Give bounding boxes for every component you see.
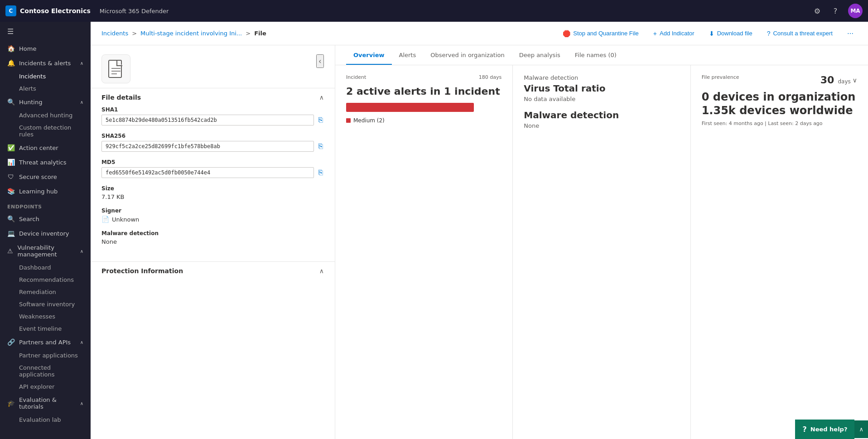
sidebar-item-weaknesses[interactable]: Weaknesses [0, 310, 91, 323]
org-logo: C Contoso Electronics [5, 5, 91, 16]
breadcrumb: Incidents > Multi-stage incident involvi… [101, 30, 559, 37]
sidebar-item-vulnerability-mgmt[interactable]: ⚠ Vulnerability management ∧ [0, 241, 91, 261]
sha1-label: SHA1 [101, 106, 324, 113]
svg-rect-0 [109, 60, 121, 77]
protection-info-section-header[interactable]: Protection Information ∧ [91, 261, 335, 280]
add-indicator-button[interactable]: + Add Indicator [650, 28, 698, 39]
virus-total-label: Malware detection [524, 74, 679, 81]
sidebar-item-event-timeline[interactable]: Event timeline [0, 323, 91, 335]
size-label: Size [101, 185, 324, 192]
right-content: Overview Alerts Observed in organization… [335, 45, 868, 439]
incident-bar [346, 103, 474, 112]
tab-observed[interactable]: Observed in organization [423, 45, 512, 65]
incidents-alerts-icon: 🔔 [7, 59, 14, 67]
more-options-button[interactable]: ⋯ [844, 28, 857, 39]
sha256-value-row: 929cf5c2a2ce25d82699fc1bfe578bbe8ab ⎘ [101, 141, 324, 152]
tab-overview[interactable]: Overview [346, 45, 392, 65]
breadcrumb-incident-detail[interactable]: Multi-stage incident involving Ini... [140, 30, 242, 37]
settings-icon[interactable]: ⚙ [812, 5, 823, 16]
help-icon[interactable]: ? [830, 5, 841, 16]
search-icon: 🔍 [7, 215, 14, 222]
sidebar-item-incidents-alerts[interactable]: 🔔 Incidents & alerts ∧ [0, 56, 91, 70]
sidebar-item-evaluation[interactable]: 🎓 Evaluation & tutorials ∧ [0, 393, 91, 414]
sidebar-item-api-explorer[interactable]: API explorer [0, 381, 91, 393]
sidebar-item-custom-detection[interactable]: Custom detection rules [0, 121, 91, 140]
need-help-expand-button[interactable]: ∧ [854, 420, 868, 438]
file-details-section-header[interactable]: File details ∧ [91, 88, 335, 106]
sidebar-label-incidents: Incidents [19, 73, 46, 80]
sidebar-item-recommendations[interactable]: Recommendations [0, 274, 91, 286]
sidebar-item-threat-analytics[interactable]: 📊 Threat analytics [0, 155, 91, 169]
prevalence-chevron-icon[interactable]: ∨ [853, 77, 857, 84]
sidebar-item-hunting[interactable]: 🔍 Hunting ∧ [0, 95, 91, 109]
sidebar-item-search[interactable]: 🔍 Search [0, 212, 91, 226]
breadcrumb-incidents[interactable]: Incidents [101, 30, 128, 37]
sidebar-label-search: Search [19, 216, 39, 222]
legend-dot-medium [346, 118, 351, 123]
consult-expert-button[interactable]: ? Consult a threat expert [763, 28, 836, 39]
malware-detection-section: Malware detection None [524, 110, 679, 129]
chevron-down-icon: ∧ [80, 61, 83, 66]
md5-field: MD5 fed6550f6e51492ac5d0fb0050e744e4 ⎘ [101, 159, 324, 178]
sidebar-label-software-inventory: Software inventory [19, 301, 75, 308]
sidebar-label-alerts: Alerts [19, 85, 36, 92]
signer-label: Signer [101, 207, 324, 214]
stop-icon: 🛑 [563, 30, 570, 37]
sidebar-item-partners-apis[interactable]: 🔗 Partners and APIs ∧ [0, 335, 91, 349]
stop-quarantine-button[interactable]: 🛑 Stop and Quarantine File [559, 28, 642, 39]
seen-info: First seen: 4 months ago | Last seen: 2 … [702, 121, 857, 126]
signer-icon: 📄 [101, 216, 109, 223]
chevron-down-icon-2: ∧ [80, 100, 83, 105]
sidebar-item-incidents[interactable]: Incidents [0, 70, 91, 82]
header-actions: 🛑 Stop and Quarantine File + Add Indicat… [559, 28, 857, 39]
tab-file-names-label: File names (0) [575, 52, 617, 58]
collapse-left-panel-button[interactable]: ‹ [316, 54, 324, 68]
tab-alerts[interactable]: Alerts [392, 45, 424, 65]
incident-days: 180 days [479, 74, 502, 80]
sidebar-item-learning-hub[interactable]: 📚 Learning hub [0, 184, 91, 198]
sha1-copy-button[interactable]: ⎘ [318, 115, 324, 125]
sidebar-item-home[interactable]: 🏠 Home [0, 41, 91, 56]
threat-analytics-icon: 📊 [7, 159, 14, 166]
no-data-label: No data available [524, 96, 679, 102]
more-icon: ⋯ [847, 30, 854, 37]
sidebar: ☰ 🏠 Home 🔔 Incidents & alerts ∧ Incident… [0, 22, 91, 439]
sidebar-item-connected-applications[interactable]: Connected applications [0, 362, 91, 381]
md5-copy-button[interactable]: ⎘ [318, 168, 324, 178]
sha1-value-row: 5e1c8874b29de480a0513516fb542cad2b ⎘ [101, 115, 324, 125]
need-help-widget: ? Need help? ∧ [795, 420, 868, 439]
sidebar-item-advanced-hunting[interactable]: Advanced hunting [0, 109, 91, 121]
sidebar-item-dashboard[interactable]: Dashboard [0, 261, 91, 274]
stop-quarantine-label: Stop and Quarantine File [573, 30, 639, 37]
sha1-input[interactable]: 5e1c8874b29de480a0513516fb542cad2b [101, 115, 314, 125]
avatar[interactable]: MA [848, 4, 863, 18]
download-file-button[interactable]: ⬇ Download file [705, 28, 756, 39]
hamburger-menu[interactable]: ☰ [0, 22, 91, 41]
protection-info-toggle-icon: ∧ [319, 267, 324, 275]
size-value: 7.17 KB [101, 193, 324, 200]
md5-input[interactable]: fed6550f6e51492ac5d0fb0050e744e4 [101, 167, 314, 178]
need-help-icon: ? [802, 425, 806, 434]
sha256-copy-button[interactable]: ⎘ [318, 141, 324, 151]
topbar-icons: ⚙ ? MA [812, 4, 863, 18]
tab-deep-analysis[interactable]: Deep analysis [512, 45, 568, 65]
prevalence-panel: File prevalence 30 days ∨ 0 devices in o… [691, 65, 868, 439]
need-help-expand-icon: ∧ [859, 426, 863, 433]
sidebar-item-partner-applications[interactable]: Partner applications [0, 349, 91, 362]
malware-detection-field: Malware detection None [101, 230, 324, 245]
breadcrumb-current: File [254, 30, 266, 37]
sidebar-item-alerts[interactable]: Alerts [0, 82, 91, 95]
sidebar-label-custom-detection: Custom detection rules [19, 124, 83, 138]
prevalence-days-row: 30 days ∨ [820, 74, 857, 86]
sidebar-item-action-center[interactable]: ✅ Action center [0, 140, 91, 155]
need-help-button[interactable]: ? Need help? [795, 420, 854, 439]
sidebar-item-evaluation-lab[interactable]: Evaluation lab [0, 414, 91, 426]
sidebar-item-software-inventory[interactable]: Software inventory [0, 298, 91, 310]
sidebar-item-remediation[interactable]: Remediation [0, 286, 91, 298]
tab-file-names[interactable]: File names (0) [568, 45, 624, 65]
sidebar-item-device-inventory[interactable]: 💻 Device inventory [0, 226, 91, 241]
sidebar-item-secure-score[interactable]: 🛡 Secure score [0, 169, 91, 184]
sha256-label: SHA256 [101, 133, 324, 139]
tab-alerts-label: Alerts [399, 52, 416, 58]
sha256-input[interactable]: 929cf5c2a2ce25d82699fc1bfe578bbe8ab [101, 141, 314, 152]
